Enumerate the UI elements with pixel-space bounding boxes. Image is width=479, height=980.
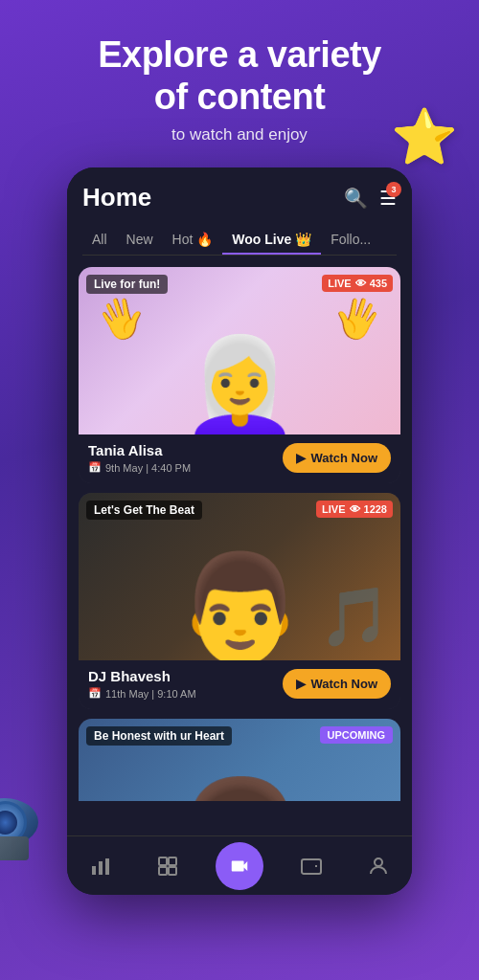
search-button[interactable]: 🔍 bbox=[344, 187, 368, 210]
live-badge-2: LIVE 👁 1228 bbox=[316, 501, 393, 518]
stream-label-2: Let's Get The Beat bbox=[86, 501, 202, 520]
svg-rect-1 bbox=[99, 861, 103, 875]
stream-details-2: DJ Bhavesh 📅 11th May | 9:10 AM bbox=[88, 668, 196, 700]
svg-rect-3 bbox=[159, 858, 167, 865]
page-title: Home bbox=[82, 183, 151, 212]
nav-browse[interactable] bbox=[148, 847, 187, 885]
stream-card-1: 👩‍🦳 🖐️ 🖐️ Live for fun! LIVE 👁 435 Tania… bbox=[79, 267, 400, 483]
stream-card-3: 👩 Be Honest with ur Heart UPCOMING Vanes… bbox=[79, 719, 400, 801]
tab-follow[interactable]: Follo... bbox=[321, 224, 380, 255]
stream-label-3: Be Honest with ur Heart bbox=[86, 726, 232, 746]
view-count-2: 1228 bbox=[364, 503, 387, 515]
calendar-icon-2: 📅 bbox=[88, 687, 102, 700]
svg-rect-4 bbox=[169, 858, 176, 865]
stream-label-1: Live for fun! bbox=[86, 275, 168, 294]
tab-new[interactable]: New bbox=[117, 224, 163, 255]
stream-info-row-1: Tania Alisa 📅 9th May | 4:40 PM ▶ Watch … bbox=[79, 434, 400, 483]
play-icon-1: ▶ bbox=[296, 451, 306, 465]
tabs-navigation: All New Hot 🔥 Woo Live 👑 Follo... bbox=[82, 224, 397, 256]
stream-thumbnail-1: 👩‍🦳 🖐️ 🖐️ Live for fun! LIVE 👁 435 bbox=[79, 267, 400, 434]
svg-point-8 bbox=[375, 858, 382, 866]
stream-info-row-2: DJ Bhavesh 📅 11th May | 9:10 AM ▶ Watch … bbox=[79, 660, 400, 709]
notification-badge: 3 bbox=[386, 182, 401, 197]
stream-thumbnail-2: 👨 🎵 Let's Get The Beat LIVE 👁 1228 bbox=[79, 493, 400, 660]
hero-title: Explore a variety of content bbox=[29, 34, 450, 118]
content-area: 👩‍🦳 🖐️ 🖐️ Live for fun! LIVE 👁 435 Tania… bbox=[67, 256, 412, 801]
phone-frame: Home 🔍 ☰ 3 All New Hot 🔥 Woo Live 👑 Foll… bbox=[67, 167, 412, 895]
stream-date-2: 📅 11th May | 9:10 AM bbox=[88, 687, 196, 700]
upcoming-badge-3: UPCOMING bbox=[320, 726, 394, 744]
nav-stats[interactable] bbox=[81, 847, 120, 885]
notifications-button[interactable]: ☰ 3 bbox=[379, 187, 397, 210]
tab-all[interactable]: All bbox=[82, 224, 117, 255]
play-icon-2: ▶ bbox=[296, 677, 306, 691]
stream-card-2: 👨 🎵 Let's Get The Beat LIVE 👁 1228 DJ Bh… bbox=[79, 493, 400, 709]
eye-icon-2: 👁 bbox=[350, 503, 360, 515]
watch-button-1[interactable]: ▶ Watch Now bbox=[283, 443, 391, 473]
streamer-name-1: Tania Alisa bbox=[88, 442, 191, 458]
tab-hot[interactable]: Hot 🔥 bbox=[163, 224, 223, 255]
eye-icon-1: 👁 bbox=[355, 278, 366, 289]
hero-subtitle: to watch and enjoy bbox=[29, 125, 450, 145]
watch-button-2[interactable]: ▶ Watch Now bbox=[283, 669, 391, 699]
svg-rect-0 bbox=[92, 866, 96, 875]
svg-rect-2 bbox=[105, 858, 109, 875]
svg-rect-5 bbox=[159, 867, 167, 875]
camera-decoration bbox=[0, 798, 38, 846]
stream-date-1: 📅 9th May | 4:40 PM bbox=[88, 461, 191, 474]
nav-wallet[interactable] bbox=[292, 847, 331, 885]
view-count-1: 435 bbox=[370, 278, 387, 289]
header-actions: 🔍 ☰ 3 bbox=[344, 187, 397, 210]
live-text-1: LIVE bbox=[328, 278, 351, 289]
bottom-navigation bbox=[67, 835, 412, 895]
calendar-icon-1: 📅 bbox=[88, 461, 102, 474]
nav-record[interactable] bbox=[216, 842, 263, 890]
tab-woolive[interactable]: Woo Live 👑 bbox=[222, 224, 321, 255]
live-badge-1: LIVE 👁 435 bbox=[322, 275, 393, 292]
star-decoration: ⭐ bbox=[391, 105, 458, 168]
svg-rect-7 bbox=[302, 859, 321, 874]
live-text-2: LIVE bbox=[322, 503, 345, 515]
streamer-name-2: DJ Bhavesh bbox=[88, 668, 196, 684]
nav-profile[interactable] bbox=[359, 847, 398, 885]
stream-details-1: Tania Alisa 📅 9th May | 4:40 PM bbox=[88, 442, 191, 474]
svg-rect-6 bbox=[169, 867, 176, 875]
app-header: Home 🔍 ☰ 3 All New Hot 🔥 Woo Live 👑 Foll… bbox=[67, 167, 412, 256]
stream-thumbnail-3: 👩 Be Honest with ur Heart UPCOMING bbox=[79, 719, 400, 801]
